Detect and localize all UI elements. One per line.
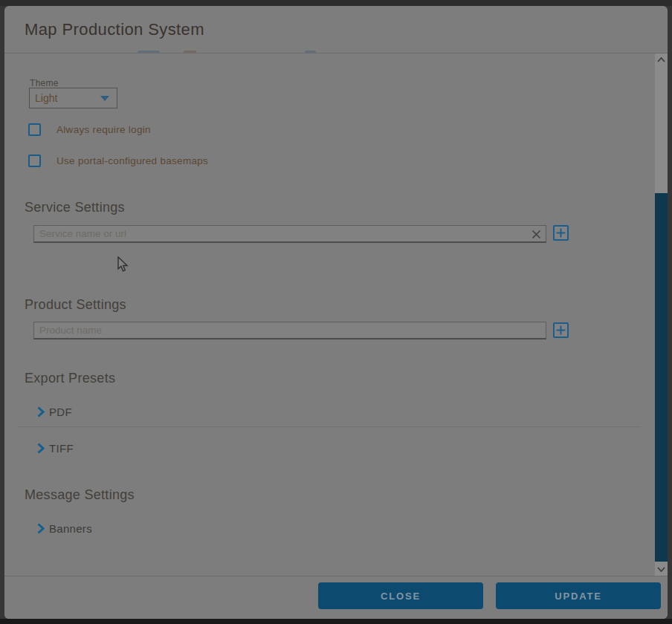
- cutoff-scrolled-content: [184, 51, 196, 53]
- export-presets-heading: Export Presets: [25, 371, 115, 386]
- expander-label: Banners: [49, 522, 92, 535]
- header-divider: [4, 53, 668, 53]
- service-name-input[interactable]: [33, 225, 546, 243]
- mouse-cursor: [117, 256, 129, 273]
- scrollbar-up-button[interactable]: [655, 53, 668, 66]
- product-settings-heading: Product Settings: [25, 297, 126, 313]
- dialog-footer: CLOSE UPDATE: [4, 576, 668, 619]
- plus-icon: [556, 228, 566, 238]
- message-settings-heading: Message Settings: [25, 487, 135, 503]
- scrollbar-thumb[interactable]: [655, 193, 668, 562]
- expander-pdf[interactable]: PDF: [36, 403, 72, 420]
- vertical-scrollbar[interactable]: [655, 53, 668, 576]
- cutoff-scrolled-content: [138, 51, 160, 53]
- service-settings-heading: Service Settings: [25, 200, 125, 215]
- chevron-down-icon: [100, 96, 109, 101]
- theme-select-value: Light: [30, 92, 100, 104]
- update-button[interactable]: UPDATE: [496, 582, 661, 609]
- window-frame-top: [0, 0, 672, 6]
- list-divider: [19, 426, 640, 427]
- dialog-title: Map Production System: [25, 20, 204, 39]
- plus-icon: [556, 325, 566, 335]
- add-service-button[interactable]: [553, 225, 569, 241]
- chevron-right-icon: [36, 523, 45, 534]
- add-product-button[interactable]: [553, 322, 569, 338]
- expander-tiff[interactable]: TIFF: [36, 440, 74, 456]
- chevron-right-icon: [36, 406, 45, 417]
- map-production-system-dialog: Map Production System Theme Light Always…: [4, 6, 668, 619]
- expander-label: PDF: [49, 406, 72, 418]
- always-require-login-checkbox[interactable]: [28, 123, 41, 136]
- product-name-input[interactable]: [33, 322, 546, 339]
- checkbox-row-always-require-login[interactable]: Always require login: [28, 123, 151, 136]
- expander-banners[interactable]: Banners: [36, 520, 92, 536]
- dialog-header: Map Production System: [4, 6, 668, 53]
- checkbox-label: Always require login: [56, 124, 151, 135]
- portal-basemaps-checkbox[interactable]: [28, 155, 41, 167]
- clear-icon[interactable]: [530, 228, 542, 240]
- theme-label: Theme: [30, 78, 59, 88]
- window-frame-bottom: [0, 619, 672, 624]
- chevron-down-icon: [657, 567, 665, 572]
- chevron-right-icon: [36, 443, 45, 454]
- cutoff-scrolled-content: [305, 51, 316, 53]
- checkbox-label: Use portal-configured basemaps: [56, 155, 208, 166]
- chevron-up-icon: [657, 57, 665, 62]
- theme-select[interactable]: Light: [29, 88, 117, 108]
- close-button[interactable]: CLOSE: [318, 582, 483, 609]
- scrollbar-down-button[interactable]: [655, 562, 668, 576]
- expander-label: TIFF: [49, 442, 74, 455]
- checkbox-row-portal-basemaps[interactable]: Use portal-configured basemaps: [28, 154, 208, 167]
